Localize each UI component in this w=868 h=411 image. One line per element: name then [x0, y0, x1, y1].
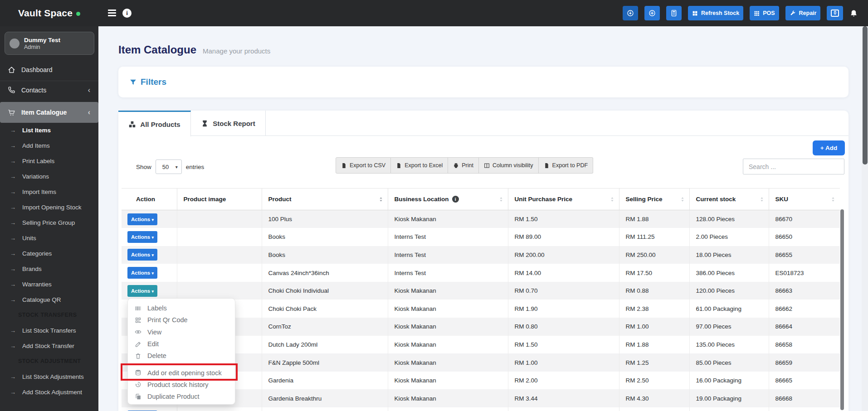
pencil-icon — [135, 341, 141, 348]
download-button[interactable] — [623, 6, 638, 20]
info-icon[interactable]: i — [452, 196, 459, 203]
table-row-active: Actions ▾ Choki Choki IndividualKiosk Ma… — [122, 282, 840, 300]
export-csv-button[interactable]: Export to CSV — [336, 157, 391, 174]
menu-item-delete[interactable]: Delete — [128, 350, 235, 362]
sidebar-item-add-stock-adjustment[interactable]: →Add Stock Adjustment — [0, 384, 98, 400]
filters-toggle[interactable]: Filters — [129, 77, 166, 87]
page-size-select[interactable]: 50 ▾ — [156, 160, 182, 174]
sort-icon[interactable] — [498, 196, 504, 203]
user-role: Admin — [24, 44, 60, 51]
add-button[interactable]: + Add — [813, 140, 845, 155]
sidebar-item-add-items[interactable]: →Add Items — [0, 138, 98, 153]
sidebar-item-selling-price-group[interactable]: →Selling Price Group — [0, 215, 98, 230]
user-name: Dummy Test — [24, 36, 60, 44]
history-icon — [135, 381, 141, 388]
printer-icon — [453, 163, 459, 169]
repair-button[interactable]: Repair — [785, 6, 821, 20]
sidebar-item-categories[interactable]: →Categories — [0, 246, 98, 261]
sidebar-item-contacts[interactable]: Contacts ‹ — [0, 81, 98, 99]
table-row: Actions ▾ Canvas 24inch*36inchInterns Te… — [122, 264, 840, 282]
sidebar-item-import-opening-stock[interactable]: →Import Opening Stock — [0, 199, 98, 215]
app-root: Vault Space i Refresh Stock POS Repair 0… — [0, 0, 868, 411]
chevron-down-icon: ▾ — [176, 164, 178, 169]
arrow-right-icon: → — [10, 127, 16, 134]
calculator-button[interactable] — [666, 6, 682, 20]
pos-button[interactable]: POS — [750, 6, 779, 20]
tab-stock-report[interactable]: Stock Report — [191, 111, 266, 136]
arrow-right-icon: → — [10, 173, 16, 180]
item-catalogue-submenu: →List Items →Add Items →Print Labels →Va… — [0, 122, 98, 400]
cash-register-button[interactable]: 0 — [827, 6, 843, 20]
col-business-location[interactable]: Business Locationi — [388, 189, 508, 210]
eye-icon — [135, 329, 141, 335]
phone-icon — [8, 86, 15, 94]
menu-item-edit[interactable]: Edit — [128, 338, 235, 350]
actions-button[interactable]: Actions ▾ — [127, 249, 157, 261]
page-subtitle: Manage your products — [203, 47, 270, 55]
arrow-down-circle-icon — [627, 10, 634, 17]
sidebar-item-catalogue-qr[interactable]: →Catalogue QR — [0, 292, 98, 307]
refresh-stock-button[interactable]: Refresh Stock — [688, 6, 743, 20]
notifications-bell-icon[interactable] — [849, 9, 858, 18]
section-stock-transfers: STOCK TRANSFERS — [0, 307, 98, 323]
export-excel-button[interactable]: Export to Excel — [391, 157, 448, 174]
col-selling-price[interactable]: Selling Price — [619, 189, 689, 210]
menu-item-duplicate-product[interactable]: Duplicate Product — [128, 391, 235, 402]
product-image-cell — [177, 210, 262, 228]
cart-icon — [8, 109, 15, 116]
sort-icon[interactable] — [830, 196, 836, 203]
arrow-right-icon: → — [10, 219, 16, 226]
tab-all-products[interactable]: All Products — [118, 111, 191, 136]
menu-item-add-or-edit-opening-stock[interactable]: Add or edit opening stock — [128, 367, 235, 378]
arrow-right-icon: → — [10, 373, 16, 380]
sidebar-item-list-items[interactable]: →List Items — [0, 122, 98, 138]
col-sku[interactable]: SKU — [769, 189, 840, 210]
sidebar-item-item-catalogue[interactable]: Item Catalogue ‹ — [0, 102, 98, 123]
menu-item-labels[interactable]: Labels — [128, 302, 235, 314]
sidebar-item-list-stock-adjustments[interactable]: →List Stock Adjustments — [0, 369, 98, 384]
actions-button-open[interactable]: Actions ▾ — [127, 285, 157, 297]
quick-add-button[interactable] — [644, 6, 660, 20]
home-icon — [8, 66, 15, 74]
arrow-right-icon: → — [10, 235, 16, 242]
sidebar-item-import-items[interactable]: →Import Items — [0, 184, 98, 199]
sidebar-item-variations[interactable]: →Variations — [0, 169, 98, 184]
page-scrollbar-thumb[interactable] — [863, 26, 868, 164]
print-button[interactable]: Print — [448, 157, 479, 174]
funnel-icon — [129, 78, 137, 86]
sidebar-item-dashboard[interactable]: Dashboard — [0, 61, 98, 79]
actions-button[interactable]: Actions ▾ — [127, 213, 157, 225]
table-scrollbar-thumb[interactable] — [840, 209, 844, 410]
sort-icon[interactable] — [679, 196, 686, 203]
sidebar-item-brands[interactable]: →Brands — [0, 261, 98, 276]
brand[interactable]: Vault Space — [18, 0, 80, 26]
menu-item-print-qr-code[interactable]: Print Qr Code — [128, 314, 235, 326]
actions-button[interactable]: Actions ▾ — [127, 231, 157, 243]
table-row-partial: Actions ▾ — [122, 407, 840, 411]
col-unit-purchase-price[interactable]: Unit Purchase Price — [508, 189, 619, 210]
col-current-stock[interactable]: Current stock — [689, 189, 769, 210]
copy-icon — [135, 393, 141, 400]
sort-icon[interactable] — [378, 196, 384, 203]
menu-item-view[interactable]: View — [128, 326, 235, 338]
col-product[interactable]: Product — [262, 189, 388, 210]
info-icon[interactable]: i — [122, 9, 132, 18]
sidebar-item-print-labels[interactable]: →Print Labels — [0, 153, 98, 169]
column-visibility-button[interactable]: Column visibility — [479, 157, 539, 174]
search-input[interactable] — [743, 159, 844, 174]
sidebar-item-units[interactable]: →Units — [0, 230, 98, 246]
table-row: Actions ▾ BooksInterns Test RM 200.00RM … — [122, 246, 840, 264]
sidebar-item-warranties[interactable]: →Warranties — [0, 276, 98, 292]
menu-item-product-stock-history[interactable]: Product stock history — [128, 379, 235, 391]
hamburger-menu-icon[interactable] — [108, 10, 116, 17]
file-excel-icon — [396, 163, 402, 169]
arrow-right-icon: → — [10, 158, 16, 164]
user-card[interactable]: Dummy Test Admin — [5, 32, 94, 55]
sort-icon[interactable] — [609, 196, 615, 203]
sidebar-item-add-stock-transfer[interactable]: →Add Stock Transfer — [0, 338, 98, 353]
sidebar-item-list-stock-transfers[interactable]: →List Stock Transfers — [0, 323, 98, 338]
export-pdf-button[interactable]: Export to PDF — [539, 157, 594, 174]
page-title: Item Catalogue — [118, 44, 196, 56]
actions-button[interactable]: Actions ▾ — [127, 267, 157, 279]
sort-icon[interactable] — [759, 196, 765, 203]
